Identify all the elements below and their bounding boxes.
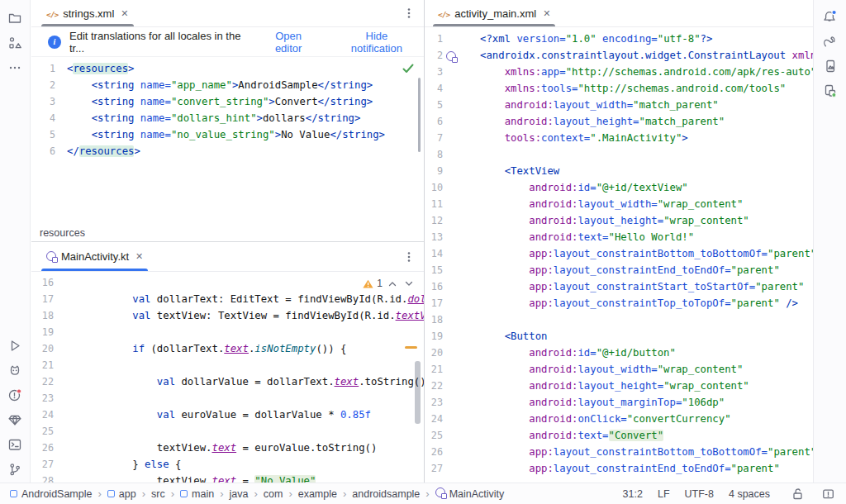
- breadcrumb-item[interactable]: example: [298, 488, 337, 500]
- project-folder-button[interactable]: [3, 7, 26, 30]
- strings-xml-editor[interactable]: 1<resources>2 <string name="app_name">An…: [31, 57, 424, 225]
- code-line[interactable]: 23 android:layout_marginTop="106dp": [425, 394, 846, 411]
- code-line[interactable]: 27 } else {: [31, 456, 424, 473]
- line-number[interactable]: 16: [31, 274, 54, 291]
- line-number[interactable]: 21: [425, 361, 443, 378]
- line-number[interactable]: 16: [425, 278, 443, 295]
- line-number[interactable]: 17: [425, 295, 443, 311]
- line-number[interactable]: 19: [31, 324, 54, 340]
- gradle-button[interactable]: [819, 30, 842, 53]
- version-control-button[interactable]: [3, 458, 26, 481]
- tab-strings-xml[interactable]: </> strings.xml ✕: [38, 0, 137, 26]
- terminal-button[interactable]: [3, 433, 26, 456]
- breadcrumb-item[interactable]: app: [107, 488, 136, 500]
- code-line[interactable]: 20 android:id="@+id/button": [425, 345, 846, 361]
- code-line[interactable]: 12 android:layout_height="wrap_content": [425, 212, 846, 229]
- code-line[interactable]: 2 <string name="app_name">AndroidSample<…: [31, 77, 424, 93]
- line-number[interactable]: 27: [425, 460, 443, 477]
- code-line[interactable]: 27 app:layout_constraintEnd_toEndOf="par…: [425, 460, 846, 477]
- code-line[interactable]: 24 android:onClick="convertCurrency": [425, 411, 846, 427]
- code-line[interactable]: 10 android:id="@+id/textView": [425, 179, 846, 196]
- code-line[interactable]: 2<androidx.constraintlayout.widget.Const…: [425, 47, 846, 64]
- status-item[interactable]: 4 spaces: [729, 488, 770, 500]
- code-line[interactable]: 28 textView.text = "No Value": [31, 473, 424, 483]
- line-number[interactable]: 27: [31, 456, 54, 473]
- line-number[interactable]: 2: [31, 77, 55, 93]
- notifications-button[interactable]: [819, 5, 842, 28]
- structure-button[interactable]: [3, 31, 26, 55]
- code-line[interactable]: 4 xmlns:tools="http://schemas.android.co…: [425, 80, 846, 97]
- line-number[interactable]: 18: [31, 307, 54, 324]
- breadcrumb-item[interactable]: java: [229, 488, 248, 500]
- breadcrumb-item[interactable]: AndroidSample: [10, 488, 92, 500]
- code-line[interactable]: 17 val dollarText: EditText = findViewBy…: [31, 291, 424, 307]
- editor-options-button[interactable]: [399, 247, 419, 267]
- activity-main-xml-editor[interactable]: 1<?xml version="1.0" encoding="utf-8"?>2…: [425, 27, 846, 483]
- line-number[interactable]: 4: [31, 110, 55, 126]
- code-line[interactable]: 7 tools:context=".MainActivity">: [425, 130, 846, 146]
- run-button[interactable]: [3, 334, 26, 357]
- line-number[interactable]: 18: [425, 311, 443, 328]
- code-line[interactable]: 8: [425, 146, 846, 163]
- line-number[interactable]: 20: [425, 345, 443, 361]
- breadcrumb-item[interactable]: MainActivity: [435, 487, 505, 500]
- line-number[interactable]: 20: [31, 340, 54, 357]
- line-number[interactable]: 24: [31, 407, 54, 423]
- close-tab-button[interactable]: ✕: [119, 8, 128, 19]
- code-line[interactable]: 1<resources>: [31, 60, 424, 77]
- line-number[interactable]: 22: [425, 378, 443, 394]
- code-line[interactable]: 16: [31, 274, 424, 291]
- line-number[interactable]: 25: [31, 423, 54, 440]
- open-editor-link[interactable]: Open editor: [262, 30, 314, 55]
- status-item[interactable]: 31:2: [623, 488, 643, 500]
- problems-button[interactable]: [3, 383, 26, 407]
- lock-unlocked-button[interactable]: [788, 484, 808, 504]
- code-line[interactable]: 1<?xml version="1.0" encoding="utf-8"?>: [425, 31, 846, 47]
- code-line[interactable]: 14 app:layout_constraintBottom_toBottomO…: [425, 245, 846, 262]
- line-number[interactable]: 5: [31, 126, 55, 143]
- tab-mainactivity-kt[interactable]: MainActivity.kt ✕: [38, 242, 151, 271]
- code-line[interactable]: 3 xmlns:app="http://schemas.android.com/…: [425, 64, 846, 80]
- line-number[interactable]: 2: [425, 47, 443, 64]
- code-line[interactable]: 25: [31, 423, 424, 440]
- code-line[interactable]: 23: [31, 390, 424, 407]
- code-line[interactable]: 17 app:layout_constraintTop_toTopOf="par…: [425, 295, 846, 311]
- line-number[interactable]: 11: [425, 196, 443, 212]
- line-number[interactable]: 5: [425, 97, 443, 113]
- code-line[interactable]: 19: [31, 324, 424, 340]
- line-number[interactable]: 24: [425, 411, 443, 427]
- close-tab-button[interactable]: ✕: [541, 8, 550, 19]
- line-number[interactable]: 23: [31, 390, 54, 407]
- line-number[interactable]: 7: [425, 130, 443, 146]
- code-line[interactable]: 26 textView.text = euroValue.toString(): [31, 440, 424, 456]
- code-line[interactable]: 25 android:text="Convert": [425, 427, 846, 444]
- hide-notification-link[interactable]: Hide notification: [341, 30, 412, 55]
- code-line[interactable]: 5 android:layout_width="match_parent": [425, 97, 846, 113]
- code-line[interactable]: 21: [31, 357, 424, 373]
- code-line[interactable]: 4 <string name="dollars_hint">dollars</s…: [31, 110, 424, 126]
- line-number[interactable]: 26: [425, 444, 443, 460]
- line-number[interactable]: 25: [425, 427, 443, 444]
- running-devices-button[interactable]: [819, 55, 842, 78]
- breadcrumb-item[interactable]: com: [264, 488, 283, 500]
- device-manager-button[interactable]: [819, 79, 842, 102]
- line-number[interactable]: 21: [31, 357, 54, 373]
- line-number[interactable]: 1: [425, 31, 443, 47]
- line-number[interactable]: 17: [31, 291, 54, 307]
- code-line[interactable]: 22 val dollarValue = dollarText.text.toS…: [31, 373, 424, 390]
- code-line[interactable]: 11 android:layout_width="wrap_content": [425, 196, 846, 212]
- code-line[interactable]: 6 android:layout_height="match_parent": [425, 113, 846, 130]
- editor-options-button[interactable]: [399, 3, 419, 23]
- breadcrumb-item[interactable]: main: [180, 488, 214, 500]
- breadcrumb[interactable]: resources: [31, 225, 424, 242]
- code-line[interactable]: 18 val textView: TextView = findViewById…: [31, 307, 424, 324]
- code-line[interactable]: 3 <string name="convert_string">Convert<…: [31, 93, 424, 110]
- breadcrumb-item[interactable]: androidsample: [352, 488, 420, 500]
- code-line[interactable]: 26 app:layout_constraintBottom_toBottomO…: [425, 444, 846, 460]
- code-line[interactable]: 21 android:layout_width="wrap_content": [425, 361, 846, 378]
- code-line[interactable]: 19 <Button: [425, 328, 846, 345]
- line-number[interactable]: 1: [31, 60, 55, 77]
- more-tools-button[interactable]: [3, 56, 26, 79]
- line-number[interactable]: 6: [31, 143, 55, 159]
- code-line[interactable]: 13 android:text="Hello World!": [425, 229, 846, 245]
